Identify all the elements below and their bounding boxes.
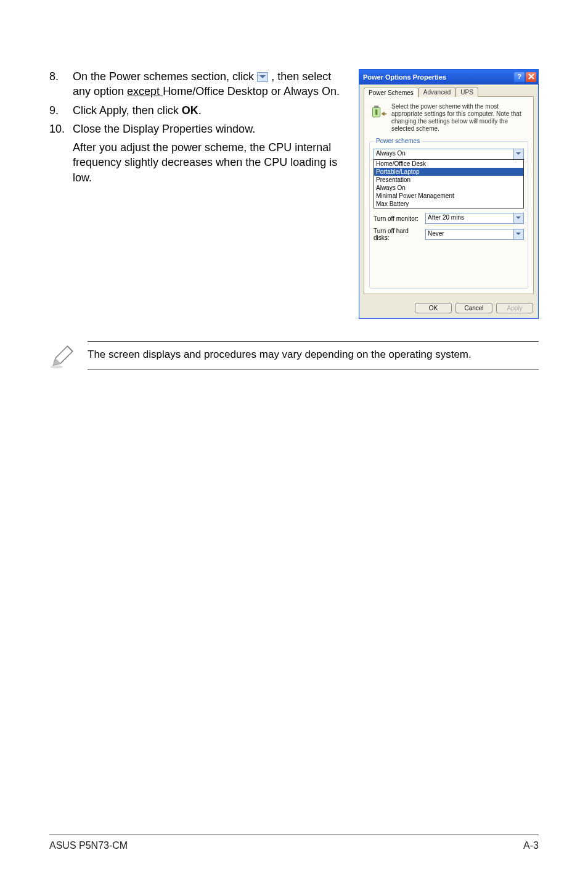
scheme-dropdown-list: Home/Office Desk Portable/Laptop Present… (374, 159, 524, 208)
pencil-note-icon (49, 344, 75, 369)
option-home-office[interactable]: Home/Office Desk (374, 160, 523, 168)
footer-left: ASUS P5N73-CM (49, 840, 128, 851)
cancel-button[interactable]: Cancel (455, 303, 492, 313)
step-number: 10. (49, 122, 73, 136)
text-underlined: except (127, 85, 163, 97)
combo-value: Always On (374, 149, 513, 159)
tab-pane: Select the power scheme with the most ap… (364, 96, 534, 294)
option-presentation[interactable]: Presentation (374, 176, 523, 184)
step-text: Click Apply, then click OK. (73, 103, 341, 118)
step-text: Close the Display Properties window. (73, 122, 341, 136)
tab-ups[interactable]: UPS (455, 87, 478, 97)
monitor-combobox[interactable]: After 20 mins (425, 213, 524, 224)
step-number: 9. (49, 103, 73, 118)
page-footer: ASUS P5N73-CM A-3 (49, 835, 539, 851)
battery-plug-icon (370, 103, 388, 120)
harddisk-combobox[interactable]: Never (425, 229, 524, 240)
combo-dropdown-button[interactable] (513, 149, 523, 159)
combo-dropdown-button[interactable] (513, 213, 523, 223)
combo-dropdown-button[interactable] (513, 229, 523, 239)
text: Click Apply, then click (73, 104, 182, 117)
option-always-on[interactable]: Always On (374, 184, 523, 192)
instruction-column: 8. On the Power schemes section, click ,… (49, 69, 341, 319)
svg-point-3 (51, 365, 63, 368)
option-minimal-power[interactable]: Minimal Power Management (374, 192, 523, 200)
option-portable-laptop[interactable]: Portable/Laptop (374, 168, 523, 176)
group-legend: Power schemes (374, 138, 422, 144)
monitor-row: Turn off monitor: After 20 mins (374, 213, 524, 224)
text-bold: OK (182, 104, 198, 117)
svg-rect-2 (375, 110, 378, 115)
dialog-description: Select the power scheme with the most ap… (391, 103, 527, 133)
close-button[interactable] (526, 72, 536, 82)
scheme-combobox[interactable]: Always On Home/Office Desk Portable/Lapt… (374, 149, 524, 160)
step-9: 9. Click Apply, then click OK. (49, 103, 341, 118)
step-10: 10. Close the Display Properties window. (49, 122, 341, 136)
tab-advanced[interactable]: Advanced (419, 87, 455, 97)
dialog-title: Power Options Properties (363, 73, 513, 81)
step-8: 8. On the Power schemes section, click ,… (49, 69, 341, 99)
continuation-text: After you adjust the power scheme, the C… (73, 140, 341, 185)
svg-rect-1 (374, 105, 378, 108)
text: . (198, 104, 202, 117)
text: Home/Office Desktop or Always On. (163, 85, 340, 97)
tab-strip: Power Schemes Advanced UPS (364, 87, 534, 97)
dialog-footer: OK Cancel Apply (359, 299, 538, 318)
note-box: The screen displays and procedures may v… (49, 341, 539, 370)
ok-button[interactable]: OK (415, 303, 452, 313)
step-number: 8. (49, 69, 73, 99)
text: On the Power schemes section, click (73, 70, 257, 83)
combo-value: Never (426, 229, 513, 239)
step-text: On the Power schemes section, click , th… (73, 69, 341, 99)
tab-power-schemes[interactable]: Power Schemes (364, 88, 419, 97)
option-max-battery[interactable]: Max Battery (374, 200, 523, 208)
help-button[interactable]: ? (514, 72, 525, 82)
close-icon (528, 73, 534, 80)
monitor-label: Turn off monitor: (374, 215, 422, 222)
combo-value: After 20 mins (426, 213, 513, 223)
apply-button[interactable]: Apply (496, 303, 533, 313)
power-options-dialog: Power Options Properties ? Power Schemes… (359, 69, 539, 319)
harddisk-label: Turn off hard disks: (374, 228, 422, 241)
footer-right: A-3 (523, 840, 539, 851)
power-schemes-group: Power schemes Always On Home/Office Desk… (369, 141, 528, 289)
harddisk-row: Turn off hard disks: Never (374, 228, 524, 241)
dialog-titlebar: Power Options Properties ? (359, 70, 538, 85)
dropdown-arrow-icon (257, 72, 268, 82)
note-text: The screen displays and procedures may v… (88, 341, 539, 370)
